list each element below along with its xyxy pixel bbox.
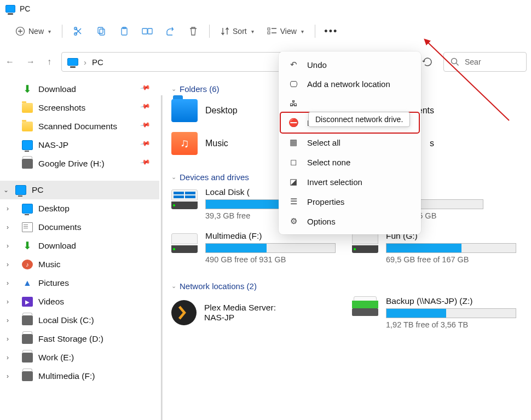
- network-name: Plex Media Server:: [204, 303, 276, 313]
- network-backup-z[interactable]: Backup (\\NAS-JP) (Z:) 1,92 TB free of 3…: [352, 296, 516, 329]
- sidebar-item-work-e[interactable]: ›Work (E:): [0, 348, 159, 367]
- monitor-icon: [22, 140, 33, 150]
- menu-label: Add a network location: [307, 79, 390, 89]
- chevron-right-icon[interactable]: ›: [7, 279, 9, 287]
- drive-multimedia-f[interactable]: Multimedia (F:) 490 GB free of 931 GB: [171, 231, 336, 264]
- drive-fun-g[interactable]: Fun (G:) 69,5 GB free of 167 GB: [352, 231, 516, 264]
- chevron-right-icon[interactable]: ›: [7, 261, 9, 268]
- clipboard-icon: [119, 26, 129, 36]
- splitter[interactable]: [161, 95, 163, 420]
- menu-undo[interactable]: ↶Undo: [281, 55, 419, 74]
- sidebar-item-download[interactable]: ⬇Download: [0, 80, 159, 99]
- menu-invert-selection[interactable]: ◪Invert selection: [281, 172, 419, 192]
- chevron-right-icon[interactable]: ›: [7, 335, 9, 343]
- network-sub: NAS-JP: [204, 313, 276, 323]
- chevron-right-icon[interactable]: ›: [7, 354, 9, 361]
- sidebar-item-pc[interactable]: ⌄ PC: [0, 181, 159, 199]
- chevron-right-icon[interactable]: ›: [7, 298, 9, 306]
- sidebar-item-nas-jp[interactable]: NAS-JP: [0, 136, 159, 154]
- search-icon: [451, 57, 459, 66]
- svg-point-11: [452, 59, 457, 64]
- more-button[interactable]: •••: [321, 22, 342, 41]
- view-button[interactable]: View ▾: [262, 24, 309, 38]
- sidebar-item-scanned-docs[interactable]: Scanned Documents: [0, 117, 159, 136]
- menu-label: Options: [307, 217, 336, 226]
- download-icon: ⬇: [22, 84, 33, 94]
- folder-label: Music: [205, 139, 228, 148]
- pc-icon: [67, 58, 78, 66]
- menu-add-network-location[interactable]: 🖵Add a network location: [281, 74, 419, 94]
- up-button[interactable]: ↑: [47, 57, 51, 67]
- sidebar: ⬇Download Screenshots Scanned Documents …: [0, 76, 160, 420]
- sidebar-item-desktop[interactable]: ›Desktop: [0, 199, 159, 218]
- chevron-down-icon[interactable]: ⌄: [3, 186, 9, 194]
- folder-label: s: [430, 139, 434, 148]
- chevron-right-icon[interactable]: ›: [7, 372, 9, 380]
- sidebar-item-screenshots[interactable]: Screenshots: [0, 99, 159, 117]
- videos-icon: ▶: [22, 297, 33, 307]
- chevron-right-icon[interactable]: ›: [7, 242, 9, 250]
- svg-rect-3: [98, 27, 103, 33]
- ellipsis-icon: •••: [324, 26, 338, 37]
- svg-rect-9: [268, 28, 270, 30]
- sort-icon: [221, 27, 229, 36]
- music-folder-icon: [171, 132, 198, 155]
- network-plex[interactable]: Plex Media Server: NAS-JP: [171, 296, 336, 329]
- menu-map-network-drive[interactable]: 🖧placeholder: [281, 94, 419, 113]
- paste-button[interactable]: [114, 22, 135, 41]
- drive-icon: [22, 334, 33, 344]
- svg-rect-10: [268, 32, 270, 34]
- menu-properties[interactable]: ☰Properties: [281, 192, 419, 211]
- chevron-right-icon[interactable]: ›: [7, 223, 9, 231]
- menu-options[interactable]: ⚙Options: [281, 211, 419, 231]
- address-location: PC: [92, 57, 103, 67]
- section-title: Folders (6): [180, 84, 220, 94]
- menu-label: Undo: [307, 60, 327, 70]
- options-icon: ⚙: [287, 216, 299, 226]
- sidebar-item-local-disk-c[interactable]: ›Local Disk (C:): [0, 311, 159, 330]
- search-box[interactable]: Sear: [443, 52, 527, 72]
- sidebar-item-music[interactable]: ›♪Music: [0, 255, 159, 274]
- chevron-down-icon: ⌄: [171, 283, 176, 290]
- sidebar-item-label: Screenshots: [38, 103, 85, 113]
- svg-rect-8: [148, 28, 152, 34]
- menu-select-all[interactable]: ▦Select all: [281, 133, 419, 152]
- sidebar-item-label: Scanned Documents: [38, 122, 117, 131]
- copy-button[interactable]: [91, 22, 112, 41]
- menu-label: Select none: [307, 158, 350, 167]
- forward-button[interactable]: →: [26, 57, 35, 67]
- sidebar-item-documents[interactable]: ›Documents: [0, 218, 159, 237]
- sidebar-item-fast-storage-d[interactable]: ›Fast Storage (D:): [0, 330, 159, 348]
- sidebar-item-download2[interactable]: ›⬇Download: [0, 237, 159, 255]
- chevron-right-icon[interactable]: ›: [7, 317, 9, 324]
- sidebar-item-label: Documents: [38, 222, 81, 232]
- sidebar-item-label: Google Drive (H:): [38, 159, 105, 169]
- delete-button[interactable]: [183, 22, 204, 41]
- cut-button[interactable]: [68, 22, 89, 41]
- plus-circle-icon: [15, 26, 25, 36]
- nav-buttons: ← → ↑: [5, 57, 51, 67]
- sidebar-item-label: Fast Storage (D:): [38, 334, 103, 344]
- refresh-button[interactable]: [422, 56, 434, 68]
- sidebar-item-multimedia-f[interactable]: ›Multimedia (F:): [0, 367, 159, 386]
- chevron-right-icon[interactable]: ›: [7, 205, 9, 212]
- sidebar-item-videos[interactable]: ›▶Videos: [0, 292, 159, 311]
- sort-button[interactable]: Sort ▾: [215, 24, 259, 38]
- sidebar-item-pictures[interactable]: ›▲Pictures: [0, 274, 159, 292]
- share-button[interactable]: [160, 22, 181, 41]
- rename-button[interactable]: [137, 22, 158, 41]
- folder-icon: [22, 103, 33, 113]
- address-row: ← → ↑ › PC Sear: [0, 48, 531, 76]
- menu-select-none[interactable]: ◻Select none: [281, 152, 419, 172]
- view-icon: [267, 27, 277, 35]
- sidebar-item-label: Music: [38, 260, 60, 269]
- sidebar-item-label: Multimedia (F:): [38, 371, 95, 381]
- window-title: PC: [20, 4, 30, 13]
- sidebar-item-google-drive[interactable]: Google Drive (H:): [0, 154, 159, 173]
- toolbar: New ▾ Sort ▾ View ▾ •••: [0, 16, 531, 48]
- drive-free: 69,5 GB free of 167 GB: [386, 255, 516, 264]
- new-label: New: [28, 27, 44, 36]
- back-button[interactable]: ←: [5, 57, 14, 67]
- section-network-header[interactable]: ⌄ Network locations (2): [171, 278, 527, 296]
- new-button[interactable]: New ▾: [10, 24, 56, 39]
